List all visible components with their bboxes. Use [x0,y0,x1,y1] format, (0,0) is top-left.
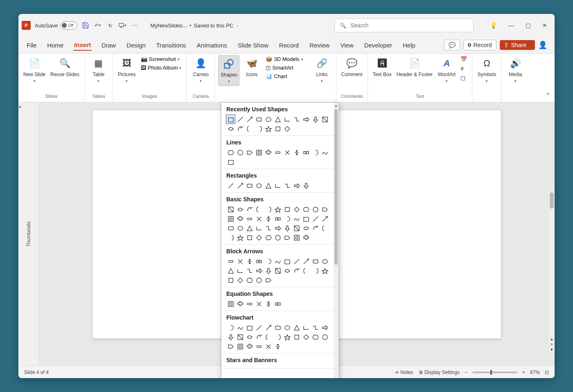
shape-item[interactable] [245,214,254,223]
shape-item[interactable] [311,333,320,341]
shape-item[interactable] [273,124,282,133]
shape-item[interactable] [273,214,282,223]
doc-dropdown-icon[interactable]: ⌄ [236,23,239,27]
tab-record[interactable]: Record [278,40,300,50]
3d-models-button[interactable]: 📦 3D Models ▾ [264,55,305,63]
pictures-button[interactable]: 🖼Pictures▾ [116,55,138,85]
shape-item[interactable] [226,233,235,242]
shape-item[interactable] [255,333,263,341]
shape-item[interactable] [320,323,329,332]
shape-item[interactable] [245,224,254,232]
shape-item[interactable] [273,224,282,232]
shape-item[interactable] [245,181,254,190]
shape-item[interactable] [226,257,235,266]
shape-item[interactable] [245,300,254,308]
object-button[interactable]: ▢ [459,74,469,82]
shape-item[interactable] [255,342,263,351]
tab-design[interactable]: Design [126,40,147,50]
shape-item[interactable] [245,257,254,266]
notes-button[interactable]: ≐ Notes [395,369,413,375]
fit-to-window-icon[interactable]: ⊡ [545,369,549,375]
shape-item[interactable] [226,342,235,351]
shape-item[interactable] [245,266,254,275]
shape-item[interactable] [311,224,320,232]
shape-item[interactable] [226,181,235,190]
shape-item[interactable] [226,333,235,341]
shape-item[interactable] [255,205,263,214]
expand-thumbnails-icon[interactable]: ▸ [19,104,22,109]
media-button[interactable]: 🔊Media▾ [505,55,526,85]
shape-item[interactable] [255,124,263,133]
help-bulb-icon[interactable]: 💡 [490,22,497,29]
display-settings-button[interactable]: 🖥 Display Settings [418,369,460,375]
shape-item[interactable] [264,233,273,242]
customize-qat-icon[interactable]: ⋯ [131,21,139,29]
reuse-slides-button[interactable]: 🔍Reuse Slides [49,55,81,79]
shape-item[interactable] [320,148,329,157]
date-time-button[interactable]: 📅 [459,55,469,63]
shape-item[interactable] [302,266,310,275]
minimize-icon[interactable]: ― [508,22,514,29]
shape-item[interactable] [283,333,291,341]
record-button[interactable]: Record [463,40,496,50]
shape-item[interactable] [320,257,329,266]
tab-file[interactable]: File [26,40,37,50]
tab-review[interactable]: Review [309,40,330,50]
thumbnail-panel[interactable]: ▸ Thumbnails [18,102,39,366]
shape-item[interactable] [311,257,320,266]
shape-item[interactable] [292,266,301,275]
tab-home[interactable]: Home [46,40,64,50]
shape-item[interactable] [236,300,244,308]
zoom-level[interactable]: 67% [530,369,540,375]
shape-item[interactable] [311,323,320,332]
shape-item[interactable] [255,257,263,266]
shape-item[interactable] [273,266,282,275]
shape-item[interactable] [320,115,329,124]
shape-item[interactable] [273,300,282,308]
shape-item[interactable] [236,115,244,124]
shape-item[interactable] [283,115,291,124]
shape-item[interactable] [236,342,244,351]
links-button[interactable]: 🔗Links▾ [311,55,333,85]
shape-item[interactable] [236,276,244,284]
shape-item[interactable] [292,323,301,332]
shape-item[interactable] [236,257,244,266]
shape-item[interactable] [273,342,282,351]
shape-item[interactable] [226,148,235,157]
shape-item[interactable] [264,148,273,157]
account-icon[interactable]: 👤 [538,41,547,50]
tab-animations[interactable]: Animations [196,40,228,50]
shape-item[interactable] [264,276,273,284]
shape-item[interactable] [245,323,254,332]
slide-number-button[interactable]: # [459,65,469,72]
shape-item[interactable] [283,257,291,266]
shape-item[interactable] [236,233,244,242]
shape-item[interactable] [320,205,329,214]
tab-developer[interactable]: Developer [363,40,393,50]
shape-item[interactable] [226,115,235,124]
shape-item[interactable] [264,115,273,124]
shape-item[interactable] [302,181,310,190]
header-footer-button[interactable]: 📄Header & Footer [395,55,435,79]
shape-item[interactable] [255,214,263,223]
shape-item[interactable] [245,342,254,351]
shape-item[interactable] [245,148,254,157]
shape-item[interactable] [302,148,310,157]
shape-item[interactable] [283,224,291,232]
shape-item[interactable] [292,257,301,266]
shape-item[interactable] [236,148,244,157]
shape-item[interactable] [236,181,244,190]
shape-item[interactable] [236,214,244,223]
shape-item[interactable] [273,333,282,341]
shape-item[interactable] [292,205,301,214]
scroll-prev-icon[interactable]: ▲ [550,337,554,341]
shape-item[interactable] [264,266,273,275]
shape-item[interactable] [302,205,310,214]
shape-item[interactable] [245,233,254,242]
shape-item[interactable] [236,124,244,133]
shape-item[interactable] [264,342,273,351]
shape-item[interactable] [302,214,310,223]
zoom-out-button[interactable]: − [465,369,467,375]
shape-item[interactable] [245,333,254,341]
shapes-scrollbar[interactable]: ▲ ▼ [334,103,338,378]
